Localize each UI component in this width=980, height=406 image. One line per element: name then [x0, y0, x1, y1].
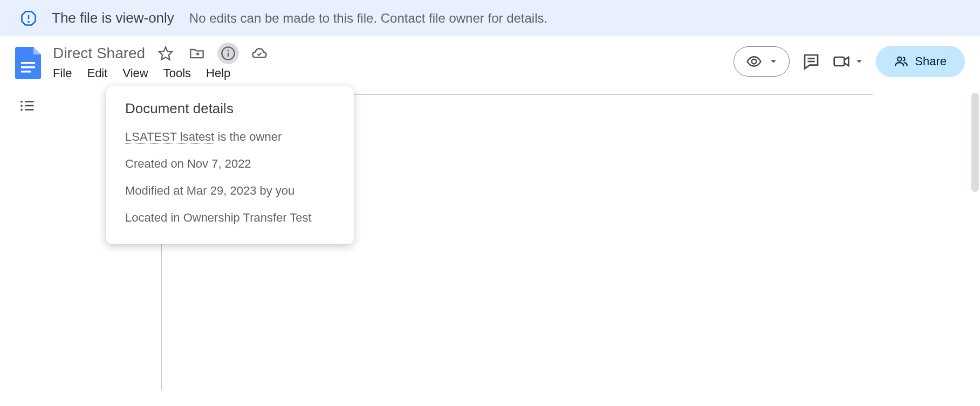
- menu-help[interactable]: Help: [206, 65, 230, 81]
- share-button[interactable]: Share: [876, 46, 965, 77]
- menu-view[interactable]: View: [122, 65, 148, 81]
- svg-rect-3: [21, 62, 35, 64]
- svg-point-10: [752, 59, 757, 64]
- popup-modified-line: Modified at Mar 29, 2023 by you: [125, 184, 334, 198]
- document-details-popup: Document details LSATEST lsatest is the …: [106, 86, 354, 244]
- view-mode-button[interactable]: [734, 46, 790, 77]
- star-icon[interactable]: [155, 43, 176, 64]
- menu-file[interactable]: File: [53, 65, 72, 81]
- cloud-status-icon[interactable]: [249, 43, 270, 64]
- popup-owner-line: LSATEST lsatest is the owner: [125, 130, 334, 144]
- owner-suffix: is the owner: [214, 130, 282, 143]
- svg-marker-6: [160, 47, 172, 59]
- svg-point-19: [20, 109, 23, 111]
- svg-point-14: [897, 57, 902, 61]
- video-icon: [833, 53, 850, 70]
- comment-icon: [803, 53, 820, 70]
- svg-point-9: [228, 50, 229, 51]
- chevron-down-icon: [770, 58, 777, 65]
- app-header: Direct Shared: [0, 36, 980, 81]
- menu-edit[interactable]: Edit: [87, 65, 107, 81]
- menu-tools[interactable]: Tools: [163, 65, 191, 81]
- alert-icon: [20, 10, 37, 26]
- eye-icon: [746, 53, 762, 70]
- document-title[interactable]: Direct Shared: [53, 45, 145, 62]
- svg-point-2: [28, 21, 29, 22]
- svg-point-15: [20, 101, 23, 103]
- chevron-down-icon: [855, 58, 863, 65]
- title-row: Direct Shared: [53, 43, 722, 64]
- people-icon: [894, 54, 908, 68]
- banner-subtitle: No edits can be made to this file. Conta…: [189, 11, 547, 26]
- menu-bar: File Edit View Tools Help: [53, 65, 722, 81]
- popup-located-line: Located in Ownership Transfer Test: [125, 211, 334, 225]
- title-area: Direct Shared: [53, 43, 722, 81]
- svg-rect-5: [21, 71, 31, 73]
- left-sidebar: [0, 81, 54, 390]
- svg-rect-13: [834, 57, 845, 66]
- docs-logo-icon[interactable]: [15, 47, 41, 79]
- scrollbar-thumb[interactable]: [971, 93, 979, 192]
- popup-title: Document details: [125, 100, 334, 117]
- move-folder-icon[interactable]: [186, 43, 208, 64]
- share-label: Share: [915, 54, 947, 68]
- document-details-icon[interactable]: [217, 43, 239, 64]
- comments-button[interactable]: [803, 53, 820, 70]
- header-actions: Share: [734, 46, 965, 77]
- svg-rect-4: [21, 66, 35, 68]
- banner-title: The file is view-only: [52, 10, 174, 26]
- owner-name[interactable]: LSATEST lsatest: [125, 130, 214, 144]
- popup-created-line: Created on Nov 7, 2022: [125, 157, 334, 171]
- meet-button[interactable]: [833, 53, 863, 70]
- view-only-banner: The file is view-only No edits can be ma…: [0, 0, 980, 36]
- list-icon: [19, 98, 35, 114]
- svg-point-17: [20, 105, 23, 107]
- outline-toggle-button[interactable]: [19, 98, 35, 390]
